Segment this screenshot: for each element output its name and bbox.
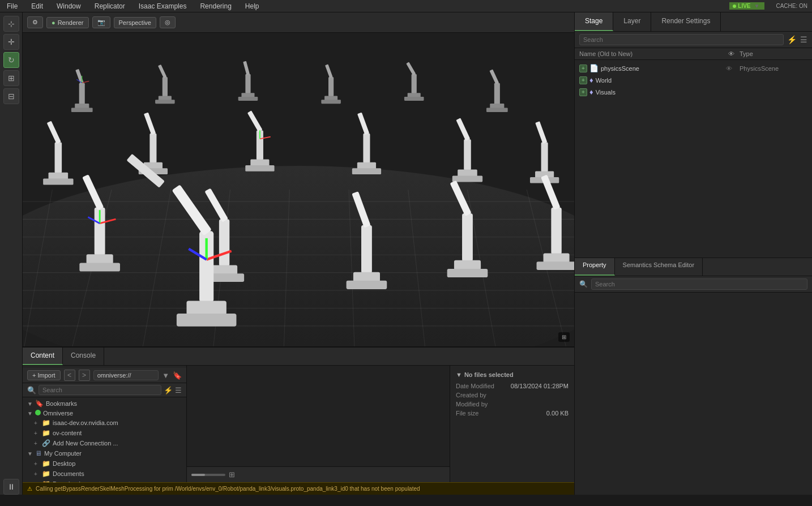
viewport-toolbar: ⚙ ● Renderer 📷 Perspective ◎: [23, 12, 574, 33]
import-button[interactable]: + Import: [27, 370, 61, 380]
tree-isaac-dev[interactable]: + 📁 isaac-dev.ov.nvidia.com: [23, 418, 186, 428]
visuals-expand-icon[interactable]: +: [579, 88, 587, 96]
nav-forward-button[interactable]: >: [79, 370, 90, 381]
live-label: LIVE: [738, 3, 750, 9]
nav-back-button[interactable]: <: [64, 370, 75, 381]
stage-search-input[interactable]: [579, 34, 784, 45]
ov-content-folder-icon: 📁: [42, 429, 50, 437]
tree-my-computer[interactable]: ▼ 🖥 My Computer: [23, 448, 186, 458]
file-date-modified-row: Date Modified 08/13/2024 01:28PM: [456, 383, 569, 389]
stage-vis-column: 👁: [723, 50, 740, 57]
search-icon: 🔍: [27, 386, 36, 394]
settings-button[interactable]: ⚙: [27, 16, 43, 28]
add-conn-expand-icon: +: [34, 440, 40, 447]
file-filter-icon[interactable]: ⚡: [164, 386, 173, 394]
pause-button[interactable]: ⏸: [3, 479, 19, 495]
svg-rect-37: [321, 100, 341, 104]
tab-layer[interactable]: Layer: [613, 12, 651, 31]
tab-console[interactable]: Console: [63, 348, 104, 365]
file-search-input[interactable]: [39, 385, 161, 395]
menu-edit[interactable]: Edit: [29, 1, 45, 11]
tab-property[interactable]: Property: [575, 258, 615, 276]
transform-tool-button[interactable]: ⊟: [3, 88, 19, 104]
stage-menu-icon[interactable]: ☰: [800, 35, 807, 44]
svg-rect-74: [87, 254, 113, 264]
grid-mode-button[interactable]: ⊞: [229, 470, 235, 479]
stage-item-world[interactable]: + ♦ World: [575, 74, 812, 86]
live-badge: LIVE ▼: [729, 2, 764, 10]
plus-icon: +: [32, 372, 36, 379]
renderer-button[interactable]: ● Renderer: [46, 17, 89, 28]
warning-message: Calling getBypassRenderSkelMeshProcessin…: [36, 486, 420, 492]
prop-search-input[interactable]: [591, 278, 807, 290]
live-dot: [733, 5, 736, 8]
audio-button[interactable]: ◎: [160, 16, 176, 28]
path-bar[interactable]: omniverse://: [93, 370, 159, 380]
svg-rect-68: [541, 142, 548, 172]
tab-stage[interactable]: Stage: [575, 12, 613, 31]
svg-rect-102: [537, 261, 574, 270]
viewport[interactable]: ⊞: [23, 33, 574, 346]
stage-filter-icon[interactable]: ⚡: [787, 35, 797, 44]
computer-expand-icon: ▼: [27, 451, 33, 457]
viewport-scene: [23, 33, 574, 346]
svg-rect-97: [454, 260, 481, 270]
svg-rect-29: [155, 100, 175, 104]
tree-add-connection[interactable]: + 🔗 Add New Connection ...: [23, 438, 186, 448]
menu-help[interactable]: Help: [243, 1, 262, 11]
tab-render-settings[interactable]: Render Settings: [651, 12, 721, 31]
viewport-corner-button[interactable]: ⊞: [558, 332, 570, 342]
svg-rect-75: [79, 263, 120, 271]
tab-semantics[interactable]: Semantics Schema Editor: [615, 258, 703, 276]
svg-rect-49: [43, 179, 73, 185]
file-preview-area[interactable]: [187, 366, 450, 466]
bookmark-icon[interactable]: 🔖: [173, 371, 182, 380]
main-layout: ⊹ ✛ ↻ ⊞ ⊟ ⏸ ⚙ ● Renderer 📷 Perspective ◎: [0, 12, 812, 495]
stage-item-physics-scene[interactable]: + 📄 physicsScene 👁 PhysicsScene: [575, 62, 812, 74]
menu-rendering[interactable]: Rendering: [198, 1, 233, 11]
bookmarks-expand-icon: ▼: [27, 401, 33, 407]
menu-window[interactable]: Window: [54, 1, 83, 11]
select-tool-button[interactable]: ⊹: [3, 16, 19, 32]
stage-item-visuals[interactable]: + ♦ Visuals: [575, 86, 812, 98]
documents-folder-icon: 📁: [42, 470, 50, 478]
svg-rect-66: [458, 169, 477, 177]
move-tool-button[interactable]: ✛: [3, 34, 19, 50]
menu-file[interactable]: File: [5, 1, 20, 11]
stage-tree: + 📄 physicsScene 👁 PhysicsScene + ♦ Worl…: [575, 60, 812, 258]
file-info-panel: ▼ No files selected Date Modified 08/13/…: [450, 366, 574, 482]
physics-expand-icon[interactable]: +: [579, 65, 587, 72]
physics-name: physicsScene: [601, 65, 718, 72]
stage-tree-header: Name (Old to New) 👁 Type: [575, 48, 812, 60]
renderer-label: Renderer: [58, 19, 84, 26]
svg-rect-33: [238, 97, 258, 101]
file-tree-toolbar: + Import < > omniverse:// ▼ 🔖: [23, 368, 186, 383]
cache-label: CACHE: ON: [776, 3, 807, 9]
file-list-icon[interactable]: ☰: [175, 386, 182, 394]
filter-icon[interactable]: ▼: [162, 371, 169, 380]
physics-icon: 📄: [589, 64, 599, 72]
tab-content[interactable]: Content: [23, 348, 63, 365]
svg-rect-93: [353, 272, 380, 282]
rotate-tool-button[interactable]: ↻: [3, 52, 19, 68]
audio-icon: ◎: [165, 19, 170, 26]
omniverse-expand-icon: ▼: [27, 410, 33, 417]
tree-ov-content[interactable]: + 📁 ov-content: [23, 428, 186, 438]
svg-rect-26: [163, 77, 168, 97]
tree-omniverse[interactable]: ▼ Omniverse: [23, 409, 186, 418]
tree-bookmarks[interactable]: ▼ 🔖 Bookmarks: [23, 398, 186, 409]
tree-desktop[interactable]: + 📁 Desktop: [23, 458, 186, 469]
perspective-button[interactable]: Perspective: [114, 17, 156, 28]
world-expand-icon[interactable]: +: [579, 76, 587, 84]
svg-rect-34: [328, 77, 334, 97]
menu-isaac-examples[interactable]: Isaac Examples: [136, 1, 189, 11]
stage-name-column: Name (Old to New): [579, 50, 723, 57]
camera-button[interactable]: 📷: [92, 16, 110, 28]
svg-rect-41: [404, 97, 424, 101]
svg-rect-38: [412, 74, 417, 94]
menu-replicator[interactable]: Replicator: [92, 1, 127, 11]
scale-tool-button[interactable]: ⊞: [3, 70, 19, 86]
physics-type: PhysicsScene: [740, 65, 807, 72]
zoom-slider[interactable]: [191, 474, 225, 476]
tree-documents[interactable]: + 📁 Documents: [23, 469, 186, 479]
